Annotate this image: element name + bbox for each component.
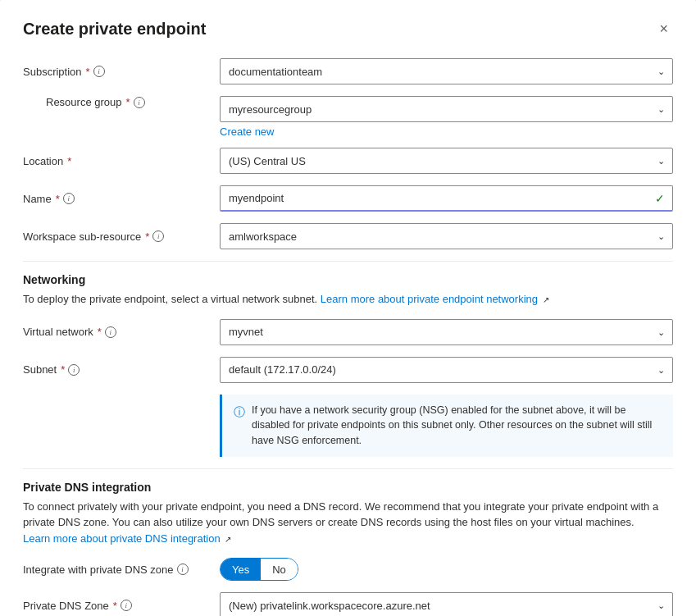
private-dns-zone-row: Private DNS Zone * i (New) privatelink.w… [23, 592, 673, 616]
private-dns-learn-more-link[interactable]: Learn more about private DNS integration [23, 532, 221, 545]
toggle-yes-button[interactable]: Yes [221, 559, 261, 580]
subnet-row: Subnet * i default (172.17.0.0/24) ⌄ [23, 357, 673, 383]
subnet-info-icon[interactable]: i [68, 364, 80, 376]
subscription-select[interactable]: documentationteam [220, 58, 673, 84]
integrate-dns-control: Yes No [220, 558, 673, 581]
dns-learn-more-external-icon: ↗ [225, 535, 231, 544]
networking-description: To deploy the private endpoint, select a… [23, 291, 673, 308]
private-dns-zone-label: Private DNS Zone * i [23, 600, 220, 612]
virtual-network-select[interactable]: myvnet [220, 319, 673, 345]
private-dns-section-title: Private DNS integration [23, 481, 673, 494]
workspace-subresource-required: * [145, 230, 149, 243]
subscription-info-icon[interactable]: i [93, 66, 105, 77]
integrate-dns-info-icon[interactable]: i [177, 564, 189, 575]
workspace-subresource-select-wrapper: amlworkspace ⌄ [220, 223, 673, 249]
divider-2 [23, 468, 673, 469]
name-label: Name * i [23, 193, 220, 205]
name-input-wrapper: ✓ [220, 185, 673, 212]
name-row: Name * i ✓ [23, 185, 673, 212]
resource-group-required: * [126, 96, 130, 108]
private-dns-zone-select[interactable]: (New) privatelink.workspacecore.azure.ne… [220, 592, 673, 616]
private-dns-description: To connect privately with your private e… [23, 499, 673, 547]
name-required: * [56, 193, 60, 205]
networking-learn-more-link[interactable]: Learn more about private endpoint networ… [321, 293, 538, 305]
location-select-wrapper: (US) Central US ⌄ [220, 148, 673, 174]
name-check-icon: ✓ [655, 192, 665, 205]
private-dns-zone-required: * [113, 600, 117, 612]
location-row: Location * (US) Central US ⌄ [23, 148, 673, 174]
virtual-network-row: Virtual network * i myvnet ⌄ [23, 319, 673, 345]
nsg-info-icon: ⓘ [234, 404, 245, 449]
integrate-dns-label: Integrate with private DNS zone i [23, 564, 220, 576]
name-control: ✓ [220, 185, 673, 212]
virtual-network-label: Virtual network * i [23, 326, 220, 338]
virtual-network-info-icon[interactable]: i [105, 326, 116, 338]
subscription-row: Subscription * i documentationteam ⌄ [23, 58, 673, 84]
virtual-network-select-wrapper: myvnet ⌄ [220, 319, 673, 345]
dialog-title: Create private endpoint [23, 20, 206, 39]
subscription-label: Subscription * i [23, 66, 220, 78]
subnet-select[interactable]: default (172.17.0.0/24) [220, 357, 673, 383]
close-button[interactable]: × [654, 20, 673, 38]
location-label: Location * [23, 155, 220, 167]
resource-group-row: Resource group * i myresourcegroup ⌄ [23, 96, 673, 122]
subnet-label: Subnet * i [23, 363, 220, 376]
learn-more-external-icon: ↗ [543, 295, 549, 304]
subscription-select-wrapper: documentationteam ⌄ [220, 58, 673, 84]
divider-1 [23, 261, 673, 262]
workspace-subresource-info-icon[interactable]: i [152, 230, 164, 242]
networking-section-title: Networking [23, 273, 673, 286]
virtual-network-required: * [98, 326, 102, 338]
create-private-endpoint-dialog: Create private endpoint × Subscription *… [0, 0, 696, 616]
location-control: (US) Central US ⌄ [220, 148, 673, 174]
resource-group-select-wrapper: myresourcegroup ⌄ [220, 96, 673, 122]
dialog-header: Create private endpoint × [23, 20, 673, 39]
workspace-subresource-row: Workspace sub-resource * i amlworkspace … [23, 223, 673, 249]
subnet-select-wrapper: default (172.17.0.0/24) ⌄ [220, 357, 673, 383]
subscription-required: * [86, 66, 90, 78]
virtual-network-control: myvnet ⌄ [220, 319, 673, 345]
name-info-icon[interactable]: i [63, 193, 75, 204]
integrate-dns-row: Integrate with private DNS zone i Yes No [23, 558, 673, 581]
private-dns-zone-info-icon[interactable]: i [121, 600, 132, 611]
private-dns-zone-control: (New) privatelink.workspacecore.azure.ne… [220, 592, 673, 616]
location-required: * [67, 155, 71, 167]
location-select[interactable]: (US) Central US [220, 148, 673, 174]
resource-group-label: Resource group * i [23, 96, 145, 108]
nsg-info-box: ⓘ If you have a network security group (… [220, 395, 673, 457]
resource-group-control: myresourcegroup ⌄ [220, 96, 673, 122]
workspace-subresource-control: amlworkspace ⌄ [220, 223, 673, 249]
private-dns-zone-select-wrapper: (New) privatelink.workspacecore.azure.ne… [220, 592, 673, 616]
toggle-container: Yes No [220, 558, 298, 581]
resource-group-label-area: Resource group * i [23, 96, 220, 108]
subscription-control: documentationteam ⌄ [220, 58, 673, 84]
name-input[interactable] [220, 185, 673, 212]
workspace-subresource-select[interactable]: amlworkspace [220, 223, 673, 249]
subnet-control: default (172.17.0.0/24) ⌄ [220, 357, 673, 383]
toggle-group: Yes No [220, 558, 673, 581]
subnet-required: * [61, 363, 65, 376]
resource-group-info-icon[interactable]: i [134, 97, 145, 108]
create-new-link[interactable]: Create new [220, 125, 673, 138]
workspace-subresource-label: Workspace sub-resource * i [23, 230, 220, 243]
toggle-no-button[interactable]: No [261, 559, 298, 580]
resource-group-select[interactable]: myresourcegroup [220, 96, 673, 122]
